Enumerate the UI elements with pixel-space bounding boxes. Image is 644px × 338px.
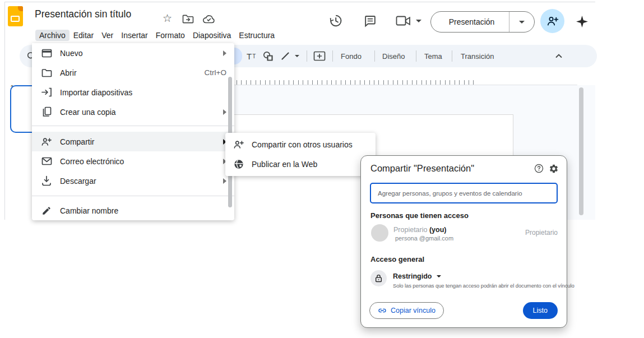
- copy-icon: [41, 107, 52, 117]
- shortcut-label: Ctrl+O: [205, 68, 226, 77]
- insert-textbox-icon: [313, 51, 326, 61]
- menu-item-importar-diapositivas[interactable]: Importar diapositivas: [32, 82, 234, 102]
- submenu-item-compartir-con-otros[interactable]: Compartir con otros usuarios: [225, 135, 376, 154]
- person-add-icon: [41, 137, 52, 147]
- share-dialog: Compartir "Presentación" Personas que ti…: [360, 155, 567, 328]
- logo-fold: [18, 6, 23, 11]
- toolbar-separator: [452, 50, 452, 62]
- toolbar-separator: [332, 50, 333, 62]
- add-people-input[interactable]: [370, 183, 558, 203]
- diseno-button[interactable]: Diseño: [382, 45, 405, 67]
- copy-link-label: Copiar vínculo: [391, 307, 435, 314]
- menu-item-nuevo[interactable]: Nuevo: [32, 43, 234, 63]
- menu-estructura[interactable]: Estructura: [235, 30, 276, 41]
- access-level-dropdown[interactable]: Restringido: [393, 272, 441, 280]
- share-submenu: Compartir con otros usuarios Publicar en…: [225, 133, 376, 176]
- menu-item-descargar[interactable]: Descargar: [32, 171, 234, 191]
- gemini-sparkle-icon[interactable]: [575, 15, 589, 29]
- line-tool-button[interactable]: [280, 45, 299, 67]
- menu-item-cambiar-nombre[interactable]: Cambiar nombre: [32, 201, 234, 220]
- google-slides-logo-icon[interactable]: [8, 6, 23, 26]
- person-add-icon: [546, 15, 559, 27]
- menu-formato[interactable]: Formato: [152, 30, 189, 41]
- submenu-arrow-icon: [223, 178, 226, 184]
- collapse-toolbar-button[interactable]: [555, 45, 563, 67]
- shapes-icon: [262, 50, 274, 62]
- menu-item-crear-una-copia[interactable]: Crear una copia: [32, 102, 234, 122]
- logo-slide-slot: [11, 16, 20, 22]
- owner-role: Propietario: [525, 229, 558, 237]
- gear-icon[interactable]: [549, 164, 559, 174]
- import-icon: [41, 87, 52, 97]
- meet-camera-icon[interactable]: [396, 16, 411, 26]
- copy-link-button[interactable]: Copiar vínculo: [369, 302, 444, 319]
- star-icon[interactable]: ☆: [163, 13, 172, 24]
- textbox-tool-button[interactable]: TT: [247, 45, 256, 67]
- submenu-arrow-icon: [223, 109, 226, 115]
- toolbar-separator: [374, 50, 375, 62]
- done-button[interactable]: Listo: [523, 302, 558, 319]
- menu-item-abrir[interactable]: Abrir Ctrl+O: [32, 63, 234, 82]
- version-history-icon[interactable]: [328, 13, 343, 28]
- menu-archivo[interactable]: Archivo: [35, 30, 70, 41]
- text-icon: T: [247, 52, 252, 61]
- shapes-tool-button[interactable]: [262, 45, 274, 67]
- owner-you-badge: (you): [429, 226, 447, 234]
- submenu-arrow-icon: [223, 50, 226, 56]
- owner-name: Propietario (you): [393, 226, 447, 234]
- text-icon-small: T: [252, 53, 256, 59]
- menu-item-compartir[interactable]: Compartir: [32, 132, 234, 151]
- present-options-button[interactable]: [509, 21, 534, 24]
- globe-icon: [233, 159, 244, 169]
- menu-ver[interactable]: Ver: [98, 30, 117, 41]
- ruler-baseline: [234, 85, 577, 85]
- dialog-title: Compartir "Presentación": [370, 163, 474, 174]
- canvas-scrollbar[interactable]: [579, 87, 583, 215]
- horizontal-ruler: [237, 80, 474, 85]
- tema-button[interactable]: Tema: [424, 45, 442, 67]
- camera-dropdown-caret-icon[interactable]: [416, 20, 421, 22]
- menu-item-correo-electronico[interactable]: Correo electrónico: [32, 151, 234, 171]
- line-caret-icon: [295, 55, 299, 57]
- download-icon: [41, 175, 52, 186]
- comments-icon[interactable]: [363, 14, 377, 28]
- person-add-icon: [233, 140, 244, 150]
- toolbar-separator: [307, 50, 307, 62]
- screenshot-root: Presentación sin título ☆ Archivo Editar…: [0, 0, 644, 338]
- transicion-button[interactable]: Transición: [461, 45, 494, 67]
- present-button[interactable]: Presentación: [431, 17, 509, 26]
- menu-insertar[interactable]: Insertar: [117, 30, 151, 41]
- present-caret-icon: [519, 21, 525, 24]
- present-button-group: Presentación: [430, 11, 535, 33]
- selected-tool-fragment: [234, 48, 242, 64]
- menubar: Archivo Editar Ver Insertar Formato Diap…: [35, 29, 276, 42]
- pencil-icon: [41, 206, 52, 216]
- share-button[interactable]: [540, 9, 564, 33]
- submenu-item-publicar-en-la-web[interactable]: Publicar en la Web: [225, 154, 376, 174]
- lock-icon: [370, 270, 387, 286]
- menu-separator: [32, 126, 234, 126]
- move-folder-icon[interactable]: [182, 14, 194, 24]
- new-slide-icon: [41, 49, 52, 58]
- menu-diapositiva[interactable]: Diapositiva: [189, 30, 235, 41]
- access-description: Solo las personas que tengan acceso podr…: [393, 283, 574, 289]
- document-title[interactable]: Presentación sin título: [35, 8, 131, 20]
- email-icon: [41, 157, 52, 165]
- menu-editar[interactable]: Editar: [70, 30, 98, 41]
- access-caret-icon: [437, 275, 441, 277]
- line-icon: [280, 51, 290, 61]
- fondo-button[interactable]: Fondo: [341, 45, 362, 67]
- insert-placeholder-button[interactable]: [313, 45, 326, 67]
- present-divider: [509, 12, 509, 33]
- cloud-saved-icon[interactable]: [202, 15, 215, 24]
- folder-icon: [41, 68, 52, 77]
- chevron-up-icon: [555, 52, 563, 60]
- owner-avatar: [371, 224, 388, 242]
- access-level-label: Restringido: [393, 272, 432, 280]
- general-access-heading: Acceso general: [370, 255, 424, 263]
- menu-separator: [32, 196, 234, 196]
- owner-name-text: Propietario: [393, 226, 427, 234]
- help-icon[interactable]: [534, 164, 544, 173]
- owner-email: persona @gmail.com: [395, 235, 453, 242]
- people-with-access-heading: Personas que tienen acceso: [370, 211, 469, 220]
